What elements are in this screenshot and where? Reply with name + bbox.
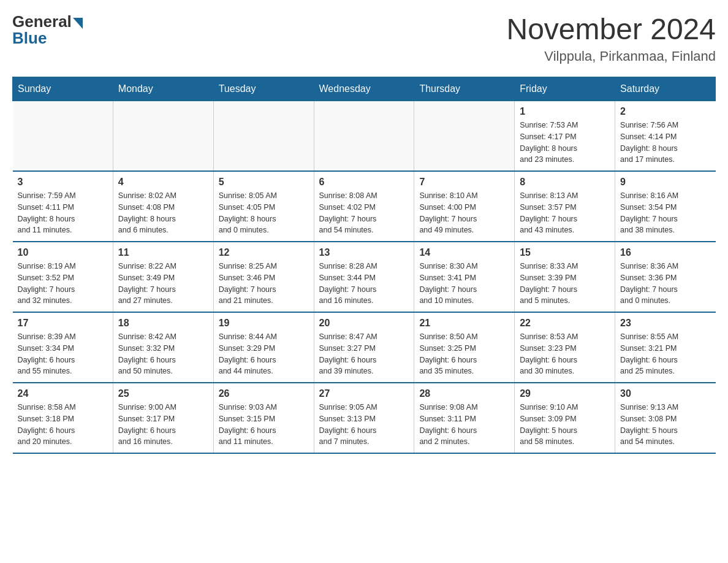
title-section: November 2024 Vilppula, Pirkanmaa, Finla… <box>506 12 716 64</box>
day-info: Sunrise: 8:53 AMSunset: 3:23 PMDaylight:… <box>520 331 610 377</box>
day-of-week-header: Tuesday <box>213 77 314 101</box>
day-number: 26 <box>219 388 309 399</box>
calendar-cell: 25Sunrise: 9:00 AMSunset: 3:17 PMDayligh… <box>113 383 213 453</box>
day-info: Sunrise: 8:13 AMSunset: 3:57 PMDaylight:… <box>520 190 610 236</box>
day-of-week-header: Thursday <box>414 77 515 101</box>
day-info: Sunrise: 9:03 AMSunset: 3:15 PMDaylight:… <box>219 402 309 448</box>
calendar-week-row: 1Sunrise: 7:53 AMSunset: 4:17 PMDaylight… <box>13 101 716 172</box>
day-number: 7 <box>419 177 509 188</box>
day-info: Sunrise: 8:39 AMSunset: 3:34 PMDaylight:… <box>18 331 108 377</box>
calendar-cell: 4Sunrise: 8:02 AMSunset: 4:08 PMDaylight… <box>113 171 213 242</box>
calendar-header: SundayMondayTuesdayWednesdayThursdayFrid… <box>13 77 716 101</box>
calendar-cell: 30Sunrise: 9:13 AMSunset: 3:08 PMDayligh… <box>615 383 716 453</box>
calendar-cell: 18Sunrise: 8:42 AMSunset: 3:32 PMDayligh… <box>113 312 213 383</box>
calendar-cell: 14Sunrise: 8:30 AMSunset: 3:41 PMDayligh… <box>414 242 515 312</box>
day-number: 12 <box>219 247 309 258</box>
day-info: Sunrise: 9:08 AMSunset: 3:11 PMDaylight:… <box>419 402 509 448</box>
day-number: 5 <box>219 177 309 188</box>
day-info: Sunrise: 8:22 AMSunset: 3:49 PMDaylight:… <box>118 261 208 307</box>
calendar-week-row: 17Sunrise: 8:39 AMSunset: 3:34 PMDayligh… <box>13 312 716 383</box>
calendar-cell: 28Sunrise: 9:08 AMSunset: 3:11 PMDayligh… <box>414 383 515 453</box>
day-info: Sunrise: 7:53 AMSunset: 4:17 PMDaylight:… <box>520 120 610 166</box>
calendar-week-row: 10Sunrise: 8:19 AMSunset: 3:52 PMDayligh… <box>13 242 716 312</box>
calendar-cell: 17Sunrise: 8:39 AMSunset: 3:34 PMDayligh… <box>13 312 113 383</box>
calendar-body: 1Sunrise: 7:53 AMSunset: 4:17 PMDaylight… <box>13 101 716 454</box>
day-number: 16 <box>620 247 710 258</box>
calendar-cell <box>113 101 213 172</box>
day-info: Sunrise: 8:36 AMSunset: 3:36 PMDaylight:… <box>620 261 710 307</box>
day-number: 19 <box>219 318 309 329</box>
calendar-cell: 1Sunrise: 7:53 AMSunset: 4:17 PMDaylight… <box>515 101 615 172</box>
calendar-cell: 7Sunrise: 8:10 AMSunset: 4:00 PMDaylight… <box>414 171 515 242</box>
calendar-cell: 26Sunrise: 9:03 AMSunset: 3:15 PMDayligh… <box>213 383 314 453</box>
day-info: Sunrise: 9:10 AMSunset: 3:09 PMDaylight:… <box>520 402 610 448</box>
day-number: 8 <box>520 177 610 188</box>
day-info: Sunrise: 7:59 AMSunset: 4:11 PMDaylight:… <box>18 190 108 236</box>
calendar-cell: 16Sunrise: 8:36 AMSunset: 3:36 PMDayligh… <box>615 242 716 312</box>
day-number: 22 <box>520 318 610 329</box>
day-number: 24 <box>18 388 108 399</box>
day-number: 15 <box>520 247 610 258</box>
calendar-cell: 9Sunrise: 8:16 AMSunset: 3:54 PMDaylight… <box>615 171 716 242</box>
day-number: 2 <box>620 106 710 117</box>
calendar-cell: 8Sunrise: 8:13 AMSunset: 3:57 PMDaylight… <box>515 171 615 242</box>
calendar-cell <box>314 101 414 172</box>
day-info: Sunrise: 8:19 AMSunset: 3:52 PMDaylight:… <box>18 261 108 307</box>
calendar-cell: 6Sunrise: 8:08 AMSunset: 4:02 PMDaylight… <box>314 171 414 242</box>
location-text: Vilppula, Pirkanmaa, Finland <box>506 48 716 64</box>
day-number: 29 <box>520 388 610 399</box>
day-info: Sunrise: 7:56 AMSunset: 4:14 PMDaylight:… <box>620 120 710 166</box>
day-number: 28 <box>419 388 509 399</box>
month-title: November 2024 <box>506 12 716 46</box>
page-header: General Blue November 2024 Vilppula, Pir… <box>12 12 716 64</box>
day-info: Sunrise: 8:47 AMSunset: 3:27 PMDaylight:… <box>319 331 409 377</box>
day-number: 20 <box>319 318 409 329</box>
day-of-week-header: Sunday <box>13 77 113 101</box>
calendar-cell: 29Sunrise: 9:10 AMSunset: 3:09 PMDayligh… <box>515 383 615 453</box>
day-number: 30 <box>620 388 710 399</box>
day-number: 6 <box>319 177 409 188</box>
day-number: 17 <box>18 318 108 329</box>
day-of-week-header: Monday <box>113 77 213 101</box>
calendar-cell: 13Sunrise: 8:28 AMSunset: 3:44 PMDayligh… <box>314 242 414 312</box>
day-of-week-header: Friday <box>515 77 615 101</box>
day-info: Sunrise: 8:25 AMSunset: 3:46 PMDaylight:… <box>219 261 309 307</box>
calendar-cell: 15Sunrise: 8:33 AMSunset: 3:39 PMDayligh… <box>515 242 615 312</box>
day-info: Sunrise: 8:58 AMSunset: 3:18 PMDaylight:… <box>18 402 108 448</box>
day-info: Sunrise: 9:00 AMSunset: 3:17 PMDaylight:… <box>118 402 208 448</box>
calendar-cell <box>414 101 515 172</box>
day-info: Sunrise: 8:02 AMSunset: 4:08 PMDaylight:… <box>118 190 208 236</box>
day-number: 9 <box>620 177 710 188</box>
day-of-week-header: Saturday <box>615 77 716 101</box>
logo-arrow-icon <box>73 18 83 29</box>
logo-blue-text: Blue <box>12 29 47 48</box>
day-number: 14 <box>419 247 509 258</box>
calendar-week-row: 24Sunrise: 8:58 AMSunset: 3:18 PMDayligh… <box>13 383 716 453</box>
calendar-cell: 19Sunrise: 8:44 AMSunset: 3:29 PMDayligh… <box>213 312 314 383</box>
day-info: Sunrise: 9:05 AMSunset: 3:13 PMDaylight:… <box>319 402 409 448</box>
calendar-cell: 20Sunrise: 8:47 AMSunset: 3:27 PMDayligh… <box>314 312 414 383</box>
day-number: 23 <box>620 318 710 329</box>
day-info: Sunrise: 8:16 AMSunset: 3:54 PMDaylight:… <box>620 190 710 236</box>
day-info: Sunrise: 8:44 AMSunset: 3:29 PMDaylight:… <box>219 331 309 377</box>
calendar-week-row: 3Sunrise: 7:59 AMSunset: 4:11 PMDaylight… <box>13 171 716 242</box>
calendar-cell <box>213 101 314 172</box>
day-info: Sunrise: 8:28 AMSunset: 3:44 PMDaylight:… <box>319 261 409 307</box>
day-info: Sunrise: 8:10 AMSunset: 4:00 PMDaylight:… <box>419 190 509 236</box>
calendar-cell: 27Sunrise: 9:05 AMSunset: 3:13 PMDayligh… <box>314 383 414 453</box>
calendar-cell: 12Sunrise: 8:25 AMSunset: 3:46 PMDayligh… <box>213 242 314 312</box>
day-number: 10 <box>18 247 108 258</box>
logo: General Blue <box>12 12 83 48</box>
calendar-cell: 21Sunrise: 8:50 AMSunset: 3:25 PMDayligh… <box>414 312 515 383</box>
day-info: Sunrise: 8:55 AMSunset: 3:21 PMDaylight:… <box>620 331 710 377</box>
day-info: Sunrise: 8:42 AMSunset: 3:32 PMDaylight:… <box>118 331 208 377</box>
calendar-cell: 22Sunrise: 8:53 AMSunset: 3:23 PMDayligh… <box>515 312 615 383</box>
calendar-cell: 23Sunrise: 8:55 AMSunset: 3:21 PMDayligh… <box>615 312 716 383</box>
calendar-cell: 5Sunrise: 8:05 AMSunset: 4:05 PMDaylight… <box>213 171 314 242</box>
day-info: Sunrise: 8:05 AMSunset: 4:05 PMDaylight:… <box>219 190 309 236</box>
calendar-cell: 2Sunrise: 7:56 AMSunset: 4:14 PMDaylight… <box>615 101 716 172</box>
day-info: Sunrise: 8:33 AMSunset: 3:39 PMDaylight:… <box>520 261 610 307</box>
calendar-cell: 3Sunrise: 7:59 AMSunset: 4:11 PMDaylight… <box>13 171 113 242</box>
day-info: Sunrise: 9:13 AMSunset: 3:08 PMDaylight:… <box>620 402 710 448</box>
day-number: 3 <box>18 177 108 188</box>
